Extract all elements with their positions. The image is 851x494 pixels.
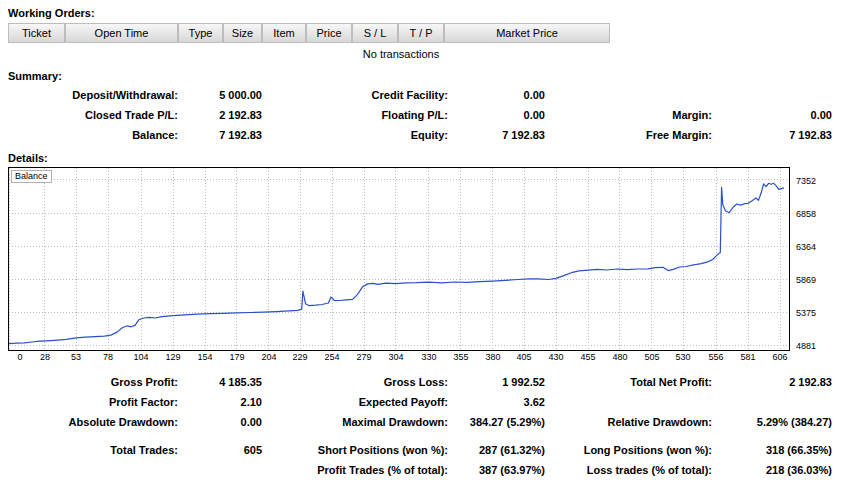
stat-label: Gross Loss: xyxy=(262,376,448,388)
stat-row: Absolute Drawdown:0.00Maximal Drawdown:3… xyxy=(8,412,843,432)
summary-grid: Deposit/Withdrawal:5 000.00Credit Facili… xyxy=(8,85,843,145)
x-axis-tick-label: 28 xyxy=(33,352,57,363)
stat-value: 4 185.35 xyxy=(178,376,262,388)
stat-row: Gross Profit:4 185.35Gross Loss:1 992.52… xyxy=(8,372,843,392)
x-axis-tick-label: 104 xyxy=(129,352,153,363)
stat-label: Maximal Drawdown: xyxy=(262,416,448,428)
column-header-size[interactable]: Size xyxy=(223,23,262,43)
y-axis-tick-label: 5375 xyxy=(796,308,816,318)
stat-value: 384.27 (5.29%) xyxy=(448,416,545,428)
x-axis-tick-label: 254 xyxy=(320,352,344,363)
x-axis-tick-label: 430 xyxy=(544,352,568,363)
y-axis-tick-label: 6858 xyxy=(796,209,816,219)
stat-value: 5 000.00 xyxy=(178,89,262,101)
stat-row: Profit Trades (% of total):387 (63.97%)L… xyxy=(8,460,843,480)
stat-label: Balance: xyxy=(8,129,178,141)
stat-label: Margin: xyxy=(545,109,712,121)
column-header-open-time[interactable]: Open Time xyxy=(65,23,178,43)
x-axis-tick-label: 179 xyxy=(225,352,249,363)
x-axis-tick-label: 204 xyxy=(257,352,281,363)
column-header-s-l[interactable]: S / L xyxy=(352,23,398,43)
stat-label: Gross Profit: xyxy=(8,376,178,388)
stat-label: Total Trades: xyxy=(8,444,178,456)
stat-label: Free Margin: xyxy=(545,129,712,141)
x-axis-tick-label: 455 xyxy=(576,352,600,363)
y-axis-tick-label: 7352 xyxy=(796,176,816,186)
x-axis-tick-label: 480 xyxy=(608,352,632,363)
stat-label: Absolute Drawdown: xyxy=(8,416,178,428)
x-axis-tick-label: 129 xyxy=(161,352,185,363)
x-axis-tick-label: 154 xyxy=(193,352,217,363)
stat-value: 2.10 xyxy=(178,396,262,408)
stat-value: 5.29% (384.27) xyxy=(712,416,832,428)
column-header-market-price[interactable]: Market Price xyxy=(444,23,610,43)
stat-value: 605 xyxy=(178,444,262,456)
chart-gridlines xyxy=(9,168,789,350)
stat-value: 0.00 xyxy=(448,109,545,121)
stat-value: 7 192.83 xyxy=(178,129,262,141)
stat-value: 387 (63.97%) xyxy=(448,464,545,476)
column-header-type[interactable]: Type xyxy=(178,23,223,43)
balance-line xyxy=(9,183,784,343)
stat-label: Closed Trade P/L: xyxy=(8,109,178,121)
stats-grid: Gross Profit:4 185.35Gross Loss:1 992.52… xyxy=(8,372,843,480)
stat-row: Closed Trade P/L:2 192.83Floating P/L:0.… xyxy=(8,105,843,125)
x-axis-tick-label: 53 xyxy=(64,352,88,363)
working-orders-title: Working Orders: xyxy=(8,6,843,20)
stat-value: 0.00 xyxy=(178,416,262,428)
y-axis-tick-label: 5869 xyxy=(796,275,816,285)
column-header-item[interactable]: Item xyxy=(262,23,306,43)
stat-value: 218 (36.03%) xyxy=(712,464,832,476)
stat-label: Loss trades (% of total): xyxy=(545,464,712,476)
x-axis-tick-label: 0 xyxy=(8,352,32,363)
stat-label: Expected Payoff: xyxy=(262,396,448,408)
y-axis-tick-label: 4881 xyxy=(796,341,816,351)
stat-row: Deposit/Withdrawal:5 000.00Credit Facili… xyxy=(8,85,843,105)
stat-label: Profit Trades (% of total): xyxy=(262,464,448,476)
x-axis-tick-label: 279 xyxy=(352,352,376,363)
stat-value: 0.00 xyxy=(712,109,832,121)
stat-label: Relative Drawdown: xyxy=(545,416,712,428)
column-header-price[interactable]: Price xyxy=(306,23,352,43)
x-axis-tick-label: 304 xyxy=(384,352,408,363)
stat-label: Deposit/Withdrawal: xyxy=(8,89,178,101)
x-axis-tick-label: 606 xyxy=(768,352,792,363)
x-axis-tick-label: 78 xyxy=(96,352,120,363)
x-axis-tick-label: 556 xyxy=(704,352,728,363)
x-axis-tick-label: 380 xyxy=(481,352,505,363)
no-transactions-text: No transactions xyxy=(8,43,794,65)
stat-label: Equity: xyxy=(262,129,448,141)
stat-row: Total Trades:605Short Positions (won %):… xyxy=(8,440,843,460)
stat-value: 1 992.52 xyxy=(448,376,545,388)
balance-chart-canvas xyxy=(9,168,789,350)
balance-chart-plot: Balance xyxy=(8,167,790,351)
stat-value: 287 (61.32%) xyxy=(448,444,545,456)
x-axis-tick-label: 229 xyxy=(288,352,312,363)
x-axis-tick-label: 505 xyxy=(640,352,664,363)
stat-row: Profit Factor:2.10Expected Payoff:3.62 xyxy=(8,392,843,412)
y-axis-labels: 488153755869636468587352 xyxy=(790,167,842,351)
x-axis-labels: 0285378104129154179204229254279304330355… xyxy=(8,351,792,364)
x-axis-tick-label: 581 xyxy=(736,352,760,363)
stat-value: 2 192.83 xyxy=(178,109,262,121)
stat-label: Floating P/L: xyxy=(262,109,448,121)
summary-title: Summary: xyxy=(8,69,843,83)
balance-chart: Balance 488153755869636468587352 xyxy=(8,167,843,351)
stat-label: Credit Facility: xyxy=(262,89,448,101)
stat-value: 318 (66.35%) xyxy=(712,444,832,456)
balance-chart-legend-label: Balance xyxy=(11,170,52,183)
stat-value: 7 192.83 xyxy=(448,129,545,141)
column-header-ticket[interactable]: Ticket xyxy=(8,23,65,43)
x-axis-tick-label: 355 xyxy=(449,352,473,363)
account-statement-report: Working Orders: TicketOpen TimeTypeSizeI… xyxy=(0,0,851,486)
stat-label: Total Net Profit: xyxy=(545,376,712,388)
column-header-t-p[interactable]: T / P xyxy=(398,23,444,43)
stat-label: Short Positions (won %): xyxy=(262,444,448,456)
x-axis-tick-label: 530 xyxy=(671,352,695,363)
stat-value: 7 192.83 xyxy=(712,129,832,141)
stat-row: Balance:7 192.83Equity:7 192.83Free Marg… xyxy=(8,125,843,145)
stat-value: 0.00 xyxy=(448,89,545,101)
stat-label: Long Positions (won %): xyxy=(545,444,712,456)
working-orders-header: TicketOpen TimeTypeSizeItemPriceS / LT /… xyxy=(8,23,843,43)
x-axis-tick-label: 405 xyxy=(512,352,536,363)
